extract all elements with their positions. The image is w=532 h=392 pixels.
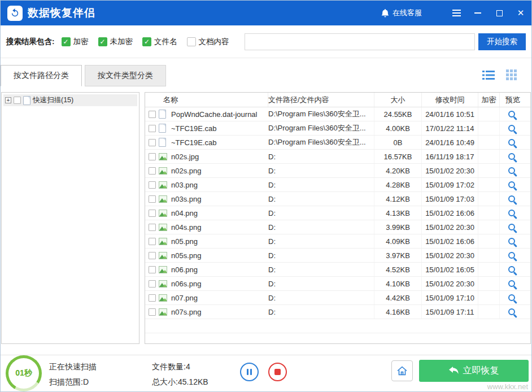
preview-icon[interactable] [508,195,515,202]
tab-strip: 按文件路径分类 按文件类型分类 [1,65,531,86]
tree-node-quick-scan[interactable]: 快速扫描(15) [3,94,137,106]
tree-node-checkbox[interactable] [14,97,21,104]
scan-node-icon [23,96,30,105]
table-row[interactable]: n03.png D: 4.28KB 15/01/09 17:02 [145,178,530,192]
preview-icon[interactable] [508,181,515,188]
table-row[interactable]: n07s.png D: 4.16KB 15/01/09 17:11 [145,305,530,319]
file-modified: 15/01/02 20:30 [422,220,478,234]
row-checkbox[interactable] [149,125,156,132]
preview-icon[interactable] [508,280,515,287]
checkbox-unencrypted[interactable] [98,37,107,46]
table-row[interactable]: n06.png D: 4.52KB 15/01/02 16:05 [145,263,530,277]
close-button[interactable]: ✕ [510,1,531,25]
filter-encrypted[interactable]: 加密 [62,37,89,47]
preview-icon[interactable] [508,238,515,245]
file-name: ~TFC19E.cab [171,121,268,135]
table-row[interactable]: n02s.png D: 4.20KB 15/01/02 20:30 [145,164,530,178]
online-service-button[interactable]: 在线客服 [381,8,422,18]
preview-icon[interactable] [508,153,515,160]
row-checkbox[interactable] [149,252,156,259]
file-table: 名称 文件路径/文件内容 大小 修改时间 加密 预览 PopWndCache.d… [145,92,531,344]
home-button[interactable] [391,360,413,381]
file-encrypted [478,178,500,191]
file-size: 4.16KB [374,305,422,319]
row-checkbox[interactable] [149,224,156,231]
file-name: n03.png [171,178,268,191]
stop-button[interactable] [268,363,287,381]
table-row[interactable]: PopWndCache.dat-journal D:\Program Files… [145,107,530,121]
file-modified: 15/01/09 17:03 [422,192,478,206]
pause-button[interactable] [240,363,259,381]
table-row[interactable]: n02s.jpg D: 16.57KB 16/11/19 18:17 [145,150,530,164]
preview-icon[interactable] [508,139,515,146]
table-row[interactable]: n07.png D: 4.42KB 15/01/09 17:10 [145,291,530,305]
row-checkbox[interactable] [149,181,156,189]
table-row[interactable]: ~TFC19E.cab D:\Program Files\360安全卫... 0… [145,136,530,150]
checkbox-filename[interactable] [142,37,151,46]
filter-filename[interactable]: 文件名 [142,37,177,47]
file-type-icon [159,266,167,273]
filter-filename-label: 文件名 [154,37,177,47]
table-row[interactable]: n06s.png D: 4.10KB 15/01/02 20:30 [145,277,530,291]
row-checkbox[interactable] [149,308,156,316]
row-checkbox[interactable] [149,280,156,288]
preview-icon[interactable] [508,111,515,117]
table-row[interactable]: n03s.png D: 4.12KB 15/01/09 17:03 [145,192,530,206]
header-path[interactable]: 文件路径/文件内容 [268,93,374,107]
preview-icon[interactable] [508,167,515,174]
tree-node-label: 快速扫描(15) [33,95,73,105]
preview-icon[interactable] [508,125,515,132]
row-checkbox[interactable] [149,210,156,217]
table-row[interactable]: n05.png D: 4.09KB 15/01/02 16:06 [145,234,530,249]
header-name[interactable]: 名称 [145,93,268,107]
row-checkbox[interactable] [149,266,156,273]
filter-doc-content[interactable]: 文档内容 [187,37,229,47]
search-bar: 搜索结果包含: 加密 未加密 文件名 文档内容 开始搜索 [1,25,531,58]
recover-now-button[interactable]: 立即恢复 [419,360,529,382]
search-input[interactable] [245,33,475,50]
row-checkbox[interactable] [149,167,156,175]
row-checkbox[interactable] [149,111,156,118]
checkbox-encrypted[interactable] [62,37,71,46]
expand-icon[interactable] [5,97,11,103]
tab-by-file-path[interactable]: 按文件路径分类 [1,65,82,86]
file-path: D: [268,263,374,276]
file-size: 4.42KB [374,291,422,304]
menu-button[interactable] [446,1,467,25]
titlebar-controls: 在线客服 ✕ [381,1,531,25]
preview-icon[interactable] [508,224,515,230]
minimize-button[interactable] [467,1,489,25]
header-modified[interactable]: 修改时间 [422,93,478,107]
file-path: D:\Program Files\360安全卫... [268,136,374,149]
tab-by-file-type[interactable]: 按文件类型分类 [85,65,166,86]
row-checkbox[interactable] [149,153,156,160]
total-size-text: 总大小:45.12KB [152,377,208,387]
elapsed-time: 01秒 [15,368,32,378]
row-checkbox[interactable] [149,238,156,245]
table-row[interactable]: n04.png D: 4.13KB 15/01/02 16:06 [145,206,530,220]
file-path: D: [268,220,374,234]
row-checkbox[interactable] [149,294,156,302]
row-checkbox[interactable] [149,139,156,146]
preview-icon[interactable] [508,252,515,259]
table-row[interactable]: n04s.png D: 3.99KB 15/01/02 20:30 [145,220,530,234]
file-table-body: PopWndCache.dat-journal D:\Program Files… [145,107,530,333]
list-view-icon[interactable] [482,70,495,80]
grid-view-icon[interactable] [506,69,517,80]
start-search-button[interactable]: 开始搜索 [478,33,526,50]
preview-icon[interactable] [508,294,515,301]
header-size[interactable]: 大小 [374,93,422,107]
preview-icon[interactable] [508,308,515,315]
preview-icon[interactable] [508,210,515,216]
header-encrypted[interactable]: 加密 [478,93,500,107]
table-row[interactable]: ~TFC19E.cab D:\Program Files\360安全卫... 4… [145,121,530,136]
preview-icon[interactable] [508,266,515,273]
maximize-button[interactable] [489,1,510,25]
file-path: D: [268,249,374,262]
header-preview[interactable]: 预览 [500,93,526,107]
file-encrypted [478,164,500,177]
checkbox-doc-content[interactable] [187,37,196,46]
row-checkbox[interactable] [149,195,156,203]
table-row[interactable]: n05s.png D: 3.97KB 15/01/02 20:30 [145,249,530,263]
filter-unencrypted[interactable]: 未加密 [98,37,133,47]
